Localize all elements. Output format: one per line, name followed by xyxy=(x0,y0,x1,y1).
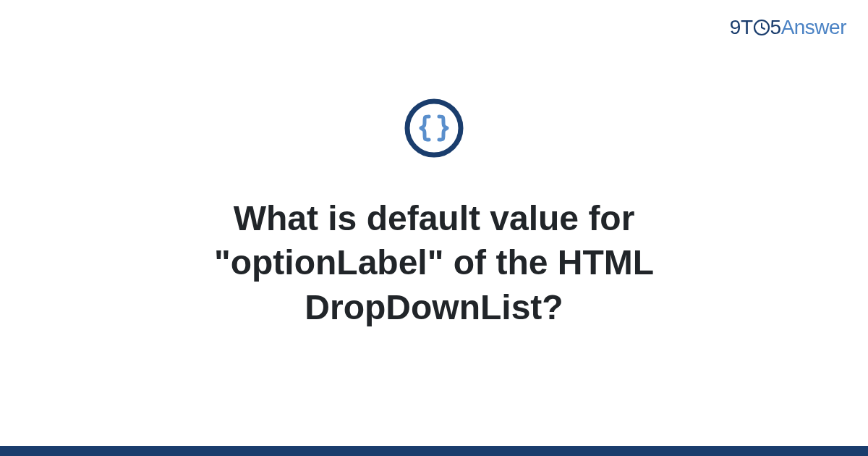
logo-text-9t: 9T xyxy=(730,16,753,38)
logo-text-answer: Answer xyxy=(781,16,846,38)
logo-text-5: 5 xyxy=(770,16,781,38)
main-content: What is default value for "optionLabel" … xyxy=(0,0,868,456)
footer-accent-bar xyxy=(0,446,868,456)
category-icon-wrap xyxy=(404,98,464,161)
svg-point-3 xyxy=(407,101,461,155)
code-braces-icon xyxy=(404,98,464,159)
site-logo: 9T5Answer xyxy=(730,16,846,41)
clock-icon xyxy=(753,18,770,41)
svg-line-2 xyxy=(762,28,765,29)
question-title: What is default value for "optionLabel" … xyxy=(109,196,760,329)
